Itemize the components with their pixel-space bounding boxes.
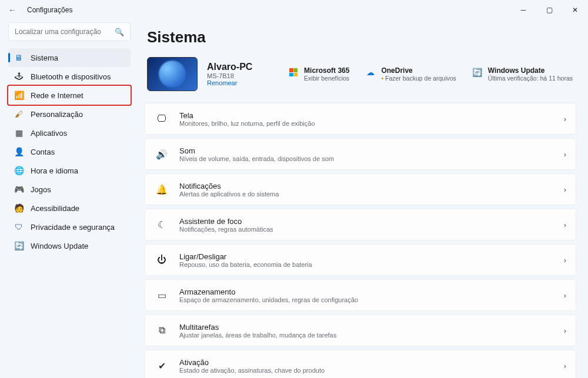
card-tela[interactable]: 🖵TelaMonitores, brilho, luz noturna, per… — [145, 103, 576, 135]
chevron-right-icon: › — [564, 150, 566, 159]
sidebar: 🔍 🖥Sistema 🕹Bluetooth e dispositivos 📶Re… — [0, 20, 136, 378]
power-icon: ⏻ — [155, 255, 169, 265]
brush-icon: 🖌 — [13, 109, 25, 119]
chevron-right-icon: › — [564, 291, 566, 300]
nav-item-windows-update[interactable]: 🔄Windows Update — [8, 236, 131, 255]
sound-icon: 🔊 — [155, 149, 169, 160]
pc-name: Alvaro-PC — [207, 62, 252, 72]
nav-list: 🖥Sistema 🕹Bluetooth e dispositivos 📶Rede… — [8, 48, 131, 255]
nav-label: Aplicativos — [31, 129, 67, 138]
user-icon: 👤 — [13, 147, 25, 156]
nav-label: Hora e idioma — [31, 166, 78, 175]
card-title: Ativação — [179, 358, 564, 367]
rename-link[interactable]: Renomear — [207, 79, 252, 86]
nav-label: Personalização — [31, 110, 83, 119]
update-icon: 🔄 — [472, 66, 483, 78]
nav-label: Bluetooth e dispositivos — [31, 72, 111, 81]
check-icon: ✔ — [155, 360, 169, 372]
link-sub: Exibir benefícios — [304, 75, 349, 82]
card-sub: Ajustar janelas, áreas de trabalho, muda… — [179, 332, 564, 339]
nav-item-jogos[interactable]: 🎮Jogos — [8, 180, 131, 199]
card-title: Notificações — [179, 182, 564, 190]
window-title: Configurações — [27, 6, 72, 14]
display-icon: 🖥 — [13, 53, 25, 62]
card-title: Armazenamento — [179, 287, 564, 296]
chevron-right-icon: › — [564, 220, 566, 229]
game-icon: 🎮 — [13, 185, 25, 194]
chevron-right-icon: › — [564, 326, 566, 335]
card-sub: Repouso, uso da bateria, economia de bat… — [179, 261, 564, 268]
chevron-right-icon: › — [564, 185, 566, 194]
main-content: Sistema Alvaro-PC MS-7B18 Renomear Micro… — [136, 20, 588, 378]
card-notificacoes[interactable]: 🔔NotificaçõesAlertas de aplicativos e do… — [145, 173, 576, 205]
pc-thumbnail[interactable] — [147, 57, 198, 91]
card-som[interactable]: 🔊SomNíveis de volume, saída, entrada, di… — [145, 138, 576, 170]
bluetooth-icon: 🕹 — [13, 72, 25, 81]
link-onedrive[interactable]: ☁ OneDrive • Fazer backup de arquivos — [365, 66, 456, 82]
card-sub: Estado de ativação, assinaturas, chave d… — [179, 367, 564, 374]
pc-info: Alvaro-PC MS-7B18 Renomear — [207, 62, 252, 86]
minimize-button[interactable]: ─ — [510, 0, 536, 20]
link-windows-update[interactable]: 🔄 Windows Update Última verificação: há … — [472, 66, 573, 82]
card-sub: Espaço de armazenamento, unidades, regra… — [179, 296, 564, 303]
globe-icon: 🌐 — [13, 166, 25, 175]
card-multitarefas[interactable]: ⧉MultitarefasAjustar janelas, áreas de t… — [145, 315, 576, 346]
bell-icon: 🔔 — [155, 184, 169, 195]
card-sub: Níveis de volume, saída, entrada, dispos… — [179, 155, 564, 162]
card-ativacao[interactable]: ✔AtivaçãoEstado de ativação, assinaturas… — [145, 350, 576, 378]
link-title: OneDrive — [381, 66, 456, 75]
shield-icon: 🛡 — [13, 222, 25, 232]
storage-icon: ▭ — [155, 290, 169, 301]
display-icon: 🖵 — [155, 113, 169, 124]
nav-item-sistema[interactable]: 🖥Sistema — [8, 48, 131, 67]
nav-item-bluetooth[interactable]: 🕹Bluetooth e dispositivos — [8, 67, 131, 86]
link-microsoft365[interactable]: Microsoft 365 Exibir benefícios — [288, 66, 349, 82]
nav-item-acessibilidade[interactable]: 🧑Acessibilidade — [8, 199, 131, 218]
page-heading: Sistema — [147, 28, 576, 46]
nav-label: Jogos — [31, 185, 51, 194]
link-title: Microsoft 365 — [304, 66, 349, 75]
search-input[interactable] — [15, 28, 115, 36]
chevron-right-icon: › — [564, 115, 566, 123]
nav-item-contas[interactable]: 👤Contas — [8, 142, 131, 161]
back-button[interactable]: ← — [8, 5, 19, 15]
header-links: Microsoft 365 Exibir benefícios ☁ OneDri… — [288, 66, 576, 82]
card-title: Tela — [179, 111, 564, 120]
settings-cards: 🖵TelaMonitores, brilho, luz noturna, per… — [145, 103, 576, 378]
card-title: Som — [179, 146, 564, 155]
m365-icon — [288, 66, 299, 78]
pc-model: MS-7B18 — [207, 72, 252, 79]
onedrive-icon: ☁ — [365, 66, 376, 78]
wifi-icon: 📶 — [13, 91, 25, 100]
card-foco[interactable]: ☾Assistente de focoNotificações, regras … — [145, 209, 576, 240]
nav-label: Rede e Internet — [31, 91, 83, 100]
update-icon: 🔄 — [13, 241, 25, 250]
multitask-icon: ⧉ — [155, 325, 169, 336]
search-icon: 🔍 — [115, 28, 124, 36]
accessibility-icon: 🧑 — [13, 203, 25, 213]
link-sub: Última verificação: há 11 horas — [488, 75, 573, 82]
nav-item-privacidade[interactable]: 🛡Privacidade e segurança — [8, 218, 131, 236]
apps-icon: ▦ — [13, 128, 25, 138]
nav-item-personalizacao[interactable]: 🖌Personalização — [8, 105, 131, 123]
moon-icon: ☾ — [155, 219, 169, 230]
card-title: Multitarefas — [179, 323, 564, 332]
device-header: Alvaro-PC MS-7B18 Renomear Microsoft 365… — [145, 57, 576, 91]
nav-item-rede[interactable]: 📶Rede e Internet — [8, 86, 131, 105]
nav-label: Windows Update — [31, 242, 88, 250]
nav-label: Contas — [31, 148, 55, 156]
search-box[interactable]: 🔍 — [8, 22, 131, 41]
card-ligar[interactable]: ⏻Ligar/DesligarRepouso, uso da bateria, … — [145, 244, 576, 276]
window-controls: ─ ▢ ✕ — [510, 0, 588, 20]
close-button[interactable]: ✕ — [562, 0, 588, 20]
titlebar: ← Configurações ─ ▢ ✕ — [0, 0, 588, 20]
card-sub: Monitores, brilho, luz noturna, perfil d… — [179, 120, 564, 127]
nav-item-aplicativos[interactable]: ▦Aplicativos — [8, 123, 131, 142]
card-armazenamento[interactable]: ▭ArmazenamentoEspaço de armazenamento, u… — [145, 279, 576, 311]
link-sub: • Fazer backup de arquivos — [381, 75, 456, 82]
card-title: Ligar/Desligar — [179, 252, 564, 261]
maximize-button[interactable]: ▢ — [536, 0, 562, 20]
chevron-right-icon: › — [564, 362, 566, 370]
nav-label: Privacidade e segurança — [31, 223, 115, 232]
nav-item-hora[interactable]: 🌐Hora e idioma — [8, 161, 131, 180]
